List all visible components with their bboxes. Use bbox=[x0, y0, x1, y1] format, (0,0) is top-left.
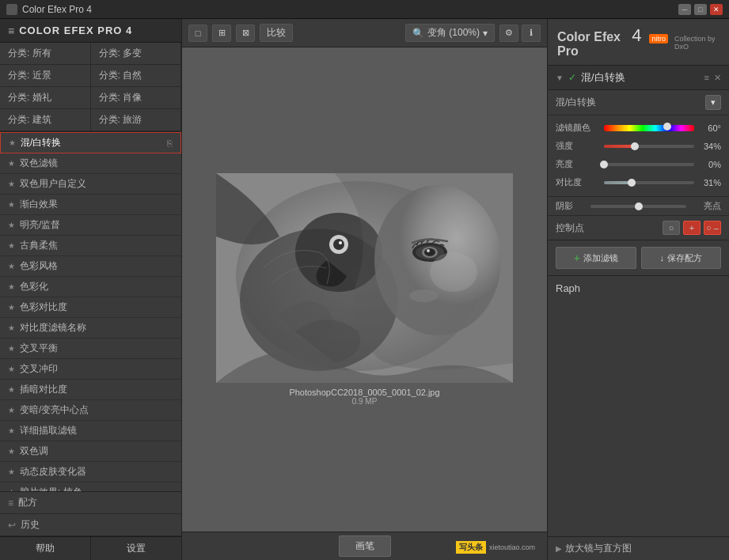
zoom-control[interactable]: 🔍 变角 (100%) ▾ bbox=[405, 24, 495, 42]
highlight-label: 亮点 bbox=[689, 200, 721, 212]
slider-strength: 强度 34% bbox=[556, 137, 721, 155]
copy-icon[interactable]: ⎘ bbox=[167, 138, 173, 148]
brand-sub: Collection by DxO bbox=[674, 35, 720, 51]
sidebar: ≡ COLOR EFEX PRO 4 分类: 所有 分类: 多变 分类: 近景 … bbox=[0, 19, 182, 560]
slider-brightness: 亮度 0% bbox=[556, 155, 721, 173]
star-icon: ★ bbox=[8, 324, 15, 332]
category-varied[interactable]: 分类: 多变 bbox=[91, 43, 182, 65]
recipe-icon: ≡ bbox=[8, 498, 13, 509]
filter-color-style[interactable]: ★ 色彩风格 bbox=[0, 256, 181, 277]
history-section[interactable]: ↩ 历史 bbox=[0, 514, 181, 536]
star-icon: ★ bbox=[8, 200, 15, 209]
view-grid-btn[interactable]: ⊠ bbox=[236, 25, 255, 42]
filter-dual-custom[interactable]: ★ 双色用户自定义 bbox=[0, 174, 181, 195]
star-icon: ★ bbox=[8, 241, 15, 250]
category-close[interactable]: 分类: 近景 bbox=[0, 65, 91, 87]
star-icon: ★ bbox=[8, 447, 15, 456]
image-frame bbox=[216, 173, 513, 383]
star-icon: ★ bbox=[8, 406, 15, 414]
image-svg bbox=[216, 173, 513, 383]
cp-add-btn[interactable]: + bbox=[683, 221, 701, 235]
star-icon: ★ bbox=[8, 303, 15, 312]
shadow-highlight-row: 阴影 亮点 bbox=[548, 196, 729, 215]
check-icon[interactable]: ✓ bbox=[568, 72, 576, 83]
cp-circle-btn[interactable]: ○ bbox=[663, 221, 680, 235]
save-recipe-button[interactable]: ↓ 保存配方 bbox=[641, 247, 722, 269]
filter-dark-contrast[interactable]: ★ 插暗对比度 bbox=[0, 380, 181, 400]
magnifier-label: 放大镜与直方图 bbox=[565, 542, 632, 555]
panel-menu-icon[interactable]: ≡ bbox=[704, 73, 709, 83]
magnifier-section[interactable]: ▶ 放大镜与直方图 bbox=[548, 536, 729, 560]
filter-skin-dynamic[interactable]: ★ 动态皮肤变化器 bbox=[0, 462, 181, 482]
recipe-section[interactable]: ≡ 配方 bbox=[0, 492, 181, 514]
filter-film-vintage[interactable]: ★ 胶片效果: 楠色 bbox=[0, 482, 181, 491]
filter-type-dropdown[interactable]: ▾ bbox=[705, 95, 721, 110]
view-single-btn[interactable]: □ bbox=[188, 25, 207, 42]
help-button[interactable]: 帮助 bbox=[0, 537, 91, 560]
strength-track[interactable] bbox=[604, 145, 694, 148]
view-split-btn[interactable]: ⊞ bbox=[212, 25, 231, 42]
slider-contrast: 对比度 31% bbox=[556, 173, 721, 191]
magnifier-expand-icon: ▶ bbox=[556, 544, 562, 553]
category-portrait[interactable]: 分类: 肖像 bbox=[91, 87, 182, 109]
draw-button[interactable]: 画笔 bbox=[339, 535, 391, 557]
add-filter-button[interactable]: + 添加滤镜 bbox=[556, 247, 636, 269]
settings-icon-btn[interactable]: ⚙ bbox=[499, 25, 518, 42]
svg-point-5 bbox=[333, 239, 344, 250]
raph-section: Raph bbox=[548, 276, 729, 536]
filter-dual-color[interactable]: ★ 双色滤镜 bbox=[0, 153, 181, 174]
strength-handle[interactable] bbox=[631, 142, 639, 150]
window-controls: ─ □ ✕ bbox=[678, 4, 723, 15]
filter-color-track[interactable] bbox=[604, 125, 694, 131]
filter-colorize[interactable]: ★ 色彩化 bbox=[0, 277, 181, 297]
search-icon: 🔍 bbox=[412, 28, 424, 39]
shadow-label: 阴影 bbox=[556, 200, 587, 212]
contrast-handle[interactable] bbox=[628, 179, 636, 187]
brightness-handle[interactable] bbox=[600, 161, 608, 168]
settings-button[interactable]: 设置 bbox=[91, 537, 181, 560]
minimize-button[interactable]: ─ bbox=[678, 4, 691, 15]
category-wedding[interactable]: 分类: 婚礼 bbox=[0, 87, 91, 109]
sidebar-bottom: ≡ 配方 ↩ 历史 帮助 设置 bbox=[0, 491, 181, 560]
filter-fade[interactable]: ★ 渐白效果 bbox=[0, 195, 181, 215]
filter-classic-soft[interactable]: ★ 古典柔焦 bbox=[0, 236, 181, 256]
image-size: 0.9 MP bbox=[289, 397, 439, 406]
slider-brightness-label: 亮度 bbox=[556, 158, 599, 170]
filter-dual-tone[interactable]: ★ 双色调 bbox=[0, 441, 181, 462]
star-icon: ★ bbox=[8, 159, 15, 168]
chevron-down-icon: ▾ bbox=[483, 28, 488, 39]
version-number: 4 bbox=[632, 25, 641, 46]
compare-button[interactable]: 比较 bbox=[260, 24, 293, 42]
filter-bright[interactable]: ★ 明亮/监督 bbox=[0, 215, 181, 236]
expand-icon[interactable]: ▼ bbox=[556, 74, 564, 82]
raph-text: Raph bbox=[556, 282, 721, 294]
filter-panel-header: ▼ ✓ 混/白转换 ≡ ✕ bbox=[548, 66, 729, 90]
category-all[interactable]: 分类: 所有 bbox=[0, 43, 91, 65]
star-icon: ★ bbox=[8, 282, 15, 291]
category-architecture[interactable]: 分类: 建筑 bbox=[0, 109, 91, 131]
save-icon: ↓ bbox=[660, 253, 665, 263]
filter-contrast-name[interactable]: ★ 对比度滤镜名称 bbox=[0, 318, 181, 339]
watermark-url: xietoutiao.com bbox=[489, 543, 535, 551]
close-button[interactable]: ✕ bbox=[710, 4, 723, 15]
cp-remove-btn[interactable]: ○ – bbox=[704, 221, 721, 235]
filter-color-contrast[interactable]: ★ 色彩对比度 bbox=[0, 297, 181, 318]
contrast-value: 31% bbox=[699, 178, 721, 187]
category-travel[interactable]: 分类: 旅游 bbox=[91, 109, 182, 131]
category-nature[interactable]: 分类: 自然 bbox=[91, 65, 182, 87]
info-icon-btn[interactable]: ℹ bbox=[522, 25, 541, 42]
shadow-highlight-track[interactable] bbox=[590, 205, 686, 208]
filter-detail[interactable]: ★ 详细描取滤镜 bbox=[0, 421, 181, 441]
slider-contrast-label: 对比度 bbox=[556, 176, 599, 188]
panel-close-icon[interactable]: ✕ bbox=[714, 73, 721, 83]
brightness-track[interactable] bbox=[604, 163, 694, 166]
title-bar-text: Color Efex Pro 4 bbox=[22, 4, 674, 15]
filter-darken-center[interactable]: ★ 变暗/变亮中心点 bbox=[0, 400, 181, 421]
sh-handle[interactable] bbox=[635, 202, 643, 210]
filter-bw-convert[interactable]: ★ 混/白转换 ⎘ bbox=[0, 132, 181, 153]
maximize-button[interactable]: □ bbox=[694, 4, 707, 15]
filter-cross-process[interactable]: ★ 交叉冲印 bbox=[0, 359, 181, 380]
contrast-track[interactable] bbox=[604, 181, 694, 184]
filter-cross-balance[interactable]: ★ 交叉平衡 bbox=[0, 339, 181, 359]
filter-color-handle[interactable] bbox=[663, 123, 671, 131]
